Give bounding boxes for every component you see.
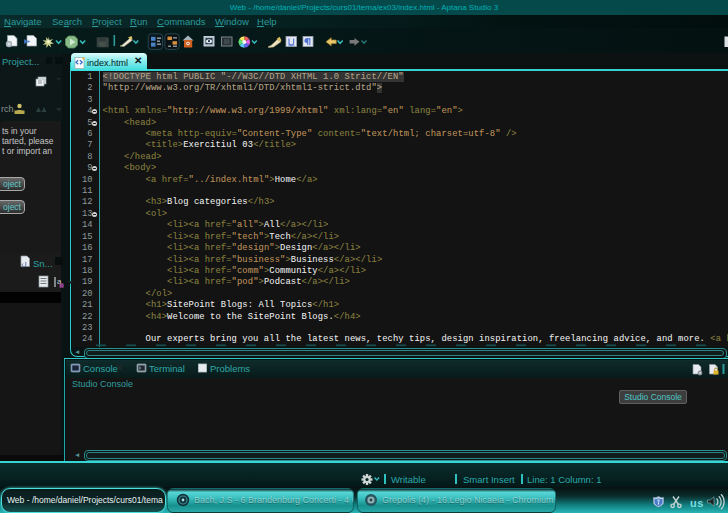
svg-text:rch: rch bbox=[1, 104, 14, 114]
